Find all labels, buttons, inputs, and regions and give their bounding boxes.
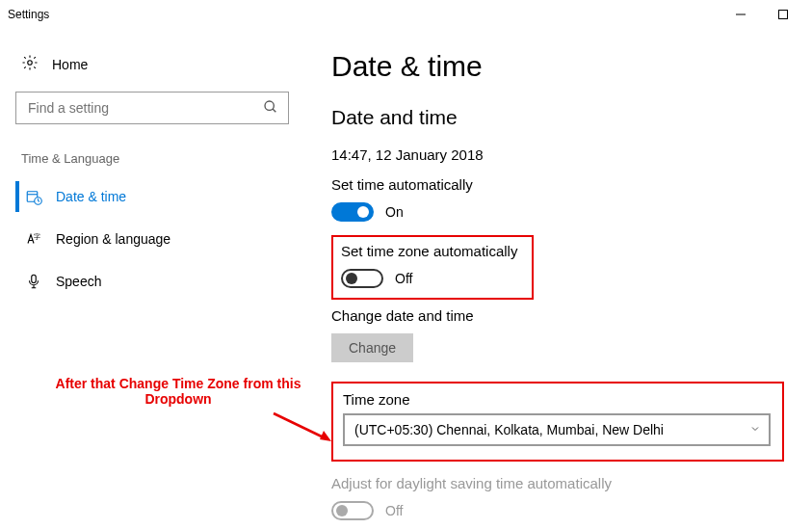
timezone-dropdown[interactable]: (UTC+05:30) Chennai, Kolkata, Mumbai, Ne…	[343, 413, 771, 446]
nav-item-label: Region & language	[56, 231, 170, 247]
language-icon: 字	[25, 230, 42, 248]
current-datetime: 14:47, 12 January 2018	[331, 146, 789, 163]
svg-point-2	[28, 61, 33, 66]
svg-point-3	[265, 101, 274, 110]
timezone-label: Time zone	[343, 391, 771, 408]
nav-date-time[interactable]: Date & time	[15, 175, 289, 218]
svg-rect-1	[779, 11, 788, 19]
dst-toggle	[331, 501, 374, 520]
svg-line-9	[39, 201, 40, 202]
annotation-box-timezone-auto: Set time zone automatically Off	[331, 235, 534, 300]
minimize-button[interactable]	[720, 0, 762, 29]
search-input[interactable]	[26, 99, 263, 117]
calendar-clock-icon	[25, 188, 42, 205]
change-button[interactable]: Change	[331, 333, 413, 362]
annotation-arrow-2	[270, 410, 337, 448]
gear-icon	[21, 54, 39, 74]
set-time-auto-toggle[interactable]	[331, 202, 374, 222]
nav-speech[interactable]: Speech	[15, 260, 289, 303]
svg-line-14	[274, 413, 326, 438]
sidebar: Home Time & Language Date & time	[0, 29, 308, 529]
nav-group-label: Time & Language	[21, 151, 289, 166]
chevron-down-icon	[749, 422, 761, 437]
svg-marker-15	[320, 431, 331, 441]
search-box[interactable]	[15, 92, 289, 124]
dst-state: Off	[385, 503, 403, 518]
search-icon	[263, 99, 278, 118]
main-pane: Date & time Date and time 14:47, 12 Janu…	[308, 29, 812, 529]
page-title: Date & time	[331, 50, 789, 83]
set-tz-auto-state: Off	[395, 271, 412, 286]
home-label: Home	[52, 57, 88, 72]
nav-item-label: Speech	[56, 274, 101, 289]
set-time-auto-label: Set time automatically	[331, 176, 789, 193]
title-bar: Settings	[0, 0, 812, 29]
microphone-icon	[25, 273, 42, 290]
maximize-button[interactable]	[762, 0, 804, 29]
nav-region-language[interactable]: 字 Region & language	[15, 218, 289, 260]
svg-text:字: 字	[34, 233, 40, 240]
set-time-auto-state: On	[385, 204, 404, 220]
window-title: Settings	[8, 8, 49, 21]
annotation-box-timezone-dropdown: Time zone (UTC+05:30) Chennai, Kolkata, …	[331, 382, 784, 462]
dst-label: Adjust for daylight saving time automati…	[331, 475, 789, 491]
annotation-change-tz: After that Change Time Zone from this Dr…	[48, 376, 308, 407]
timezone-value: (UTC+05:30) Chennai, Kolkata, Mumbai, Ne…	[354, 422, 664, 437]
set-tz-auto-toggle[interactable]	[341, 269, 383, 288]
change-date-time-label: Change date and time	[331, 307, 789, 324]
set-tz-auto-label: Set time zone automatically	[341, 243, 522, 259]
svg-line-4	[273, 109, 275, 112]
svg-rect-11	[32, 275, 37, 282]
section-heading: Date and time	[331, 106, 789, 129]
nav-item-label: Date & time	[56, 189, 126, 204]
home-nav[interactable]: Home	[15, 50, 289, 92]
